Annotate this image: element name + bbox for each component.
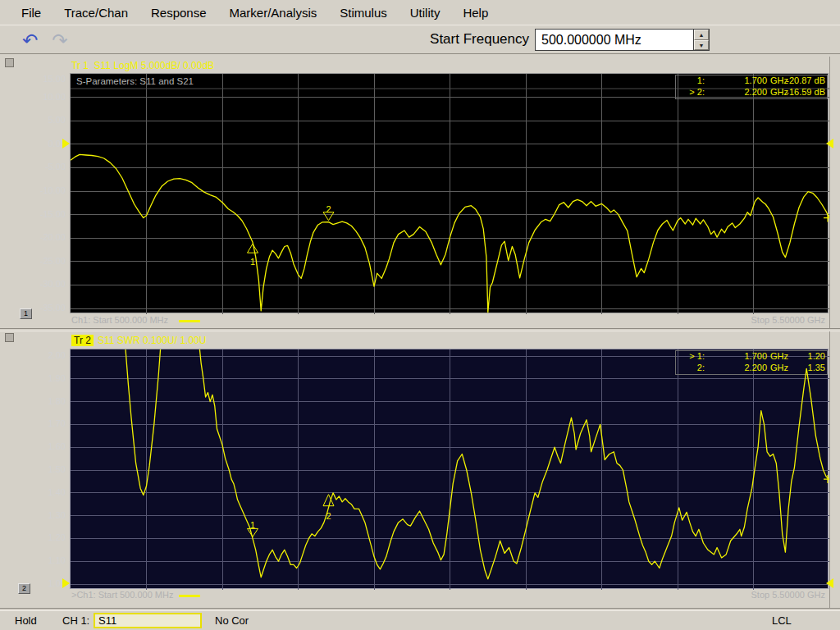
svg-text:2.200: 2.200 — [744, 363, 767, 372]
y-axis-label: 1.60 — [16, 441, 66, 451]
menu-item-response[interactable]: Response — [139, 6, 218, 20]
status-bar: Hold CH 1: S11 No Cor LCL — [0, 610, 840, 630]
trace-title: Tr 1 S11 LogM 5.000dB/ 0.00dB — [71, 60, 214, 71]
svg-text:1.35: 1.35 — [808, 363, 825, 372]
plot-area-tr2[interactable]: > 1:1.700GHz1.202:2.200GHz1.3512 — [70, 349, 829, 589]
window-control-box — [5, 333, 14, 342]
y-axis-label: -15.00 — [16, 209, 66, 219]
svg-text:1.700: 1.700 — [744, 351, 767, 361]
y-axis-label: 0.00 — [16, 139, 66, 148]
measurement-field[interactable]: S11 — [94, 613, 202, 628]
y-axis-label: 1.20 — [16, 532, 66, 542]
y-axis-label: -5.00 — [16, 162, 66, 171]
y-axis-label: 1.40 — [16, 487, 66, 497]
menu-bar: File Trace/Chan Response Marker/Analysis… — [0, 0, 840, 25]
svg-text:-20.87 dB: -20.87 dB — [786, 75, 825, 85]
svg-text:2: 2 — [326, 511, 331, 521]
svg-text:GHz: GHz — [770, 351, 788, 361]
y-axis-label: -20.00 — [16, 232, 66, 242]
svg-text:> 2:: > 2: — [689, 87, 705, 97]
window-control-box — [5, 58, 14, 67]
grid — [71, 74, 829, 314]
x-axis-stop-label: Stop 5.50000 GHz — [694, 315, 825, 325]
y-axis-label: 5.00 — [16, 115, 66, 125]
menu-item-stimulus[interactable]: Stimulus — [328, 6, 399, 20]
ref-level-arrow-right — [826, 139, 833, 148]
y-axis-label: 2.00 — [16, 350, 66, 360]
channel-badge: 2 — [18, 583, 30, 594]
spinner-up-button[interactable]: ▲ — [694, 30, 709, 40]
x-axis-start-label: Ch1: Start 500.000 MHz — [71, 315, 168, 325]
redo-icon: ↷ — [49, 27, 71, 53]
start-frequency-label: Start Frequency — [386, 31, 529, 48]
start-frequency-spinner: ▲ ▼ — [693, 29, 710, 51]
plot-area-tr1[interactable]: S-Parameters: S11 and S211:1.700GHz-20.8… — [70, 73, 829, 313]
svg-text:1:: 1: — [697, 75, 705, 85]
svg-text:GHz: GHz — [770, 363, 788, 372]
svg-text:1: 1 — [250, 520, 255, 530]
menu-item-trace-chan[interactable]: Trace/Chan — [52, 6, 139, 20]
trace-color-sample — [179, 320, 200, 322]
menu-item-help[interactable]: Help — [451, 6, 500, 20]
svg-text:1.700: 1.700 — [744, 75, 767, 85]
toolbar: ↶ ↷ Start Frequency 500.000000 MHz ▲ ▼ — [0, 25, 840, 54]
svg-text:2: 2 — [326, 204, 331, 214]
y-axis-label: 1.50 — [16, 464, 66, 474]
y-axis-label: 15.00 — [16, 74, 66, 84]
chart-window-s11-swr[interactable]: Tr 2S11 SWR 0.100U/ 1.00U> 1:1.700GHz1.2… — [2, 331, 838, 608]
svg-text:1: 1 — [250, 257, 255, 267]
x-axis-stop-label: Stop 5.50000 GHz — [694, 590, 825, 600]
svg-text:2.200: 2.200 — [744, 87, 767, 97]
control-mode-indicator: LCL — [772, 614, 792, 627]
menu-item-marker-analysis[interactable]: Marker/Analysis — [218, 6, 329, 20]
y-axis-label: 1.90 — [16, 373, 66, 383]
trace-color-sample — [179, 595, 200, 597]
vna-application-window: File Trace/Chan Response Marker/Analysis… — [0, 0, 840, 630]
y-axis-label: -10.00 — [16, 185, 66, 195]
marker-readout: 1:1.700GHz-20.87 dB> 2:2.200GHz-16.59 dB — [676, 75, 828, 99]
svg-text:1.20: 1.20 — [808, 351, 825, 361]
correction-status: No Cor — [215, 614, 249, 627]
y-axis-label: 1.80 — [16, 396, 66, 406]
channel-badge: 1 — [20, 308, 32, 319]
channel-label: CH 1: — [62, 614, 89, 627]
spinner-down-button[interactable]: ▼ — [694, 40, 709, 51]
trace-tr2 — [122, 349, 829, 579]
active-trace-badge[interactable]: Tr 2 — [71, 335, 94, 346]
x-axis-start-label: >Ch1: Start 500.000 MHz — [71, 590, 173, 600]
marker-readout: > 1:1.700GHz1.202:2.200GHz1.35 — [676, 351, 828, 375]
start-frequency-input[interactable]: 500.000000 MHz — [535, 29, 693, 51]
menu-item-file[interactable]: File — [10, 6, 52, 20]
y-axis-label: 1.70 — [16, 418, 66, 428]
y-axis-label: 1.10 — [16, 555, 66, 565]
menu-item-utility[interactable]: Utility — [399, 6, 452, 20]
svg-text:-16.59 dB: -16.59 dB — [786, 87, 825, 97]
sweep-state-indicator: Hold — [15, 614, 37, 627]
chart-window-s11-logm[interactable]: Tr 1 S11 LogM 5.000dB/ 0.00dBS-Parameter… — [2, 57, 838, 328]
svg-text:> 1:: > 1: — [689, 351, 705, 361]
y-axis-label: 10.00 — [16, 92, 66, 102]
y-axis-label: -30.00 — [16, 279, 66, 289]
subtitle-s-parameters: S-Parameters: S11 and S21 — [76, 76, 194, 86]
trace-title: Tr 2S11 SWR 0.100U/ 1.00U — [71, 335, 206, 346]
undo-icon[interactable]: ↶ — [20, 27, 41, 53]
y-axis-label: 1.30 — [16, 510, 66, 520]
marker-2-tr1[interactable]: 2 — [323, 204, 334, 221]
ref-level-arrow-left — [62, 139, 70, 148]
svg-text:2:: 2: — [697, 363, 705, 372]
y-axis-label: -25.00 — [16, 256, 66, 266]
ref-level-arrow-left — [62, 578, 70, 588]
grid — [71, 349, 829, 590]
ref-level-arrow-right — [826, 578, 833, 588]
marker-1-tr2[interactable]: 1 — [248, 520, 258, 536]
